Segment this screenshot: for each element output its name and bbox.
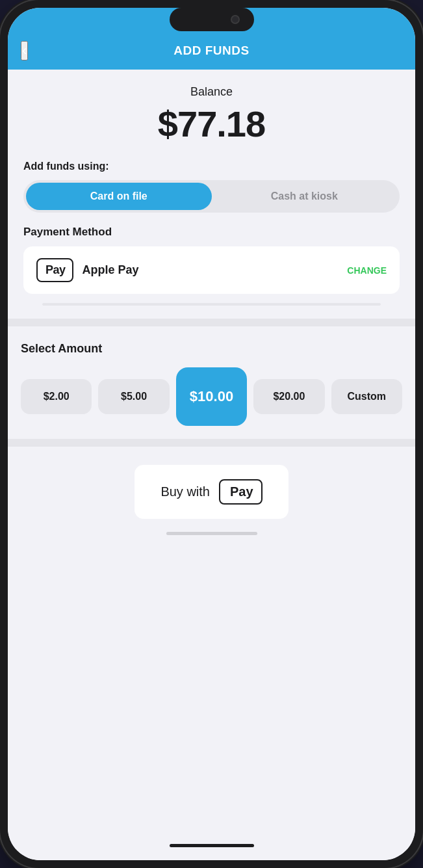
bottom-divider [166,532,257,535]
buy-apple-pay-box: Pay [219,479,263,505]
cash-at-kiosk-toggle[interactable]: Cash at kiosk [212,183,398,210]
balance-amount: $77.18 [23,103,400,145]
amount-grid: $2.00 $5.00 $10.00 $20.00 Custom [21,367,402,426]
payment-method-toggle: Card on file Cash at kiosk [23,180,400,213]
change-payment-button[interactable]: CHANGE [347,265,387,276]
balance-label: Balance [23,85,400,99]
balance-section: Balance $77.18 [23,85,400,145]
buy-section: Buy with Pay [8,447,415,860]
home-indicator [170,844,254,847]
amount-10-button[interactable]: $10.00 [176,367,247,426]
camera [231,15,240,24]
section-divider-2 [8,439,415,447]
card-on-file-toggle[interactable]: Card on file [26,183,212,210]
page-title: ADD FUNDS [173,44,249,58]
payment-method-label: Payment Method [23,226,400,239]
add-funds-label: Add funds using: [23,161,400,172]
phone-frame: ‹ ADD FUNDS Balance $77.18 Add funds usi… [0,0,423,868]
apple-pay-logo-box: Pay [36,258,73,282]
amount-section: Select Amount $2.00 $5.00 $10.00 $20.00 … [8,326,415,439]
select-amount-label: Select Amount [21,342,402,356]
upper-content: Balance $77.18 Add funds using: Card on … [8,70,415,319]
scroll-indicator [42,303,381,306]
section-divider-1 [8,319,415,326]
amount-2-button[interactable]: $2.00 [21,379,92,414]
buy-with-container[interactable]: Buy with Pay [135,465,288,519]
phone-screen: ‹ ADD FUNDS Balance $77.18 Add funds usi… [8,8,415,860]
buy-with-text: Buy with [160,484,210,499]
amount-custom-button[interactable]: Custom [331,379,402,414]
payment-card: Pay Apple Pay CHANGE [23,246,400,294]
payment-name: Apple Pay [83,263,339,277]
buy-apple-pay-text: Pay [230,484,253,499]
apple-pay-logo-text: Pay [45,263,66,277]
amount-5-button[interactable]: $5.00 [98,379,169,414]
back-button[interactable]: ‹ [21,41,28,60]
notch [170,8,254,31]
amount-20-button[interactable]: $20.00 [253,379,324,414]
